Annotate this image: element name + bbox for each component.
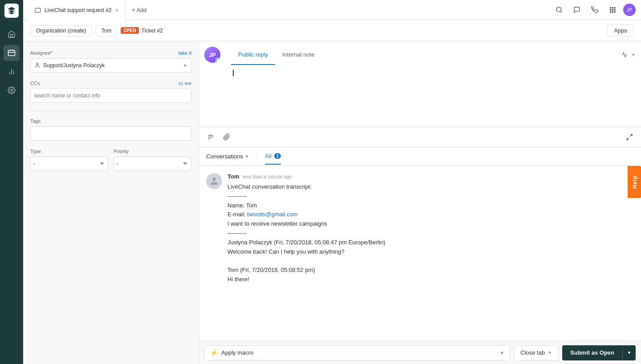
content-area: Assignee* take it Support/Justyna Polacz… bbox=[23, 41, 641, 364]
reply-header-row: JP Public reply Internal note bbox=[199, 41, 641, 65]
take-it-link[interactable]: take it bbox=[179, 50, 191, 56]
internal-note-tab[interactable]: Internal note bbox=[275, 45, 321, 65]
chat-button[interactable] bbox=[570, 3, 584, 17]
reply-dropdown-chevron: ▼ bbox=[631, 53, 636, 57]
sidebar-item-reports[interactable] bbox=[4, 64, 20, 80]
grid-icon bbox=[609, 6, 616, 13]
apply-macro-chevron-icon: ▼ bbox=[499, 350, 504, 356]
close-tab-label: Close tab bbox=[520, 349, 545, 356]
search-button[interactable] bbox=[552, 3, 566, 17]
apply-macro-button[interactable]: ⚡ Apply macro ▼ bbox=[204, 345, 510, 360]
user-icon bbox=[34, 62, 41, 69]
grid-button[interactable] bbox=[605, 3, 620, 17]
reply-toolbar bbox=[199, 127, 641, 147]
reply-avatar-badge bbox=[215, 57, 220, 63]
tab-close-button[interactable]: × bbox=[115, 7, 119, 14]
conversations-chevron-icon: ▼ bbox=[245, 154, 249, 159]
breadcrumb-org[interactable]: Organization (create) bbox=[30, 25, 92, 36]
svg-rect-15 bbox=[612, 9, 613, 11]
conversations-label[interactable]: Conversations ▼ bbox=[206, 153, 249, 160]
tags-label: Tags bbox=[30, 118, 191, 124]
thread-email-link[interactable]: twoods@gmail.com bbox=[247, 211, 298, 218]
thread-message-content: Tom less than a minute ago LiveChat conv… bbox=[227, 173, 634, 284]
sidebar-item-tickets[interactable] bbox=[4, 45, 20, 61]
svg-rect-13 bbox=[614, 7, 615, 8]
apps-button[interactable]: Apps bbox=[607, 24, 634, 36]
all-tab-label: All bbox=[265, 153, 271, 159]
assignee-field-group: Assignee* take it Support/Justyna Polacz… bbox=[30, 50, 191, 73]
all-tab[interactable]: All 1 bbox=[265, 148, 281, 165]
cc-input[interactable] bbox=[30, 89, 191, 103]
cc-label-row: CCs cc me bbox=[30, 81, 191, 86]
apply-macro-left: ⚡ Apply macro bbox=[210, 349, 253, 356]
logo[interactable] bbox=[4, 4, 19, 18]
svg-rect-12 bbox=[612, 7, 613, 8]
assignee-label-row: Assignee* take it bbox=[30, 50, 191, 56]
reply-tabs-area: Public reply Internal note ▼ bbox=[231, 45, 636, 65]
priority-select[interactable]: - Low Normal High Urgent bbox=[114, 157, 191, 171]
text-format-button[interactable] bbox=[204, 131, 217, 143]
thread-avatar bbox=[206, 173, 222, 189]
thread-line-2: ---------- bbox=[227, 192, 634, 201]
user-avatar[interactable]: JP bbox=[623, 4, 636, 16]
expand-button[interactable] bbox=[623, 131, 636, 143]
priority-field-group: Priority - Low Normal High Urgent bbox=[114, 149, 191, 171]
chat-icon bbox=[573, 6, 580, 13]
thread-line-9: Tom (Fri, 7/20/2018, 05:08:52 pm) bbox=[227, 266, 634, 275]
close-tab-chevron-icon: ▼ bbox=[548, 350, 552, 355]
svg-rect-16 bbox=[614, 9, 615, 11]
close-tab-button[interactable]: Close tab ▼ bbox=[514, 345, 559, 360]
type-select[interactable]: - Question Incident Problem Task bbox=[30, 157, 108, 171]
tags-label-text: Tags bbox=[30, 118, 41, 124]
main-content: LiveChat support request #2 × + Add bbox=[23, 0, 641, 364]
public-reply-tab[interactable]: Public reply bbox=[231, 45, 275, 65]
attach-button[interactable] bbox=[220, 131, 233, 143]
tags-input[interactable] bbox=[30, 126, 191, 141]
conv-separator: | bbox=[256, 153, 258, 160]
reply-body[interactable] bbox=[226, 65, 641, 127]
cc-me-link[interactable]: cc me bbox=[179, 81, 191, 86]
svg-rect-14 bbox=[610, 9, 611, 11]
submit-dropdown-chevron-icon: ▼ bbox=[627, 350, 632, 355]
paperclip-icon bbox=[223, 133, 230, 141]
reply-avatar: JP bbox=[204, 47, 220, 63]
thread-author: Tom bbox=[227, 173, 239, 180]
breadcrumb-tom[interactable]: Tom bbox=[96, 25, 118, 36]
type-field-group: Type - Question Incident Problem Task bbox=[30, 149, 108, 171]
thread-line-6: ---------- bbox=[227, 229, 634, 238]
conversations-bar: Conversations ▼ | All 1 bbox=[199, 147, 641, 166]
type-label-row: Type bbox=[30, 149, 108, 154]
apply-macro-label: Apply macro bbox=[221, 349, 253, 356]
add-tab-button[interactable]: + Add bbox=[126, 0, 153, 20]
assignee-chevron-icon: ▼ bbox=[183, 63, 187, 68]
svg-line-10 bbox=[560, 11, 562, 12]
submit-dropdown-button[interactable]: ▼ bbox=[622, 345, 636, 360]
sidebar-item-settings[interactable] bbox=[4, 82, 20, 98]
thread-line-1: LiveChat conversation transcript: bbox=[227, 182, 634, 192]
tab-title: LiveChat support request #2 bbox=[45, 7, 112, 13]
macro-icon: ⚡ bbox=[210, 349, 218, 356]
svg-rect-18 bbox=[612, 11, 613, 12]
priority-label: Priority bbox=[114, 149, 129, 154]
thread-line-5: I want to receive newsletter campaigns bbox=[227, 219, 634, 229]
assignee-select[interactable]: Support/Justyna Polaczyk ▼ bbox=[30, 58, 191, 73]
phone-button[interactable] bbox=[588, 3, 602, 17]
thread-message-1: Tom less than a minute ago LiveChat conv… bbox=[206, 173, 634, 284]
help-button[interactable]: Help bbox=[628, 166, 641, 198]
breadcrumb-ticket[interactable]: Ticket #2 bbox=[142, 28, 163, 34]
assignee-label: Assignee* bbox=[30, 50, 53, 56]
active-tab[interactable]: LiveChat support request #2 × bbox=[28, 0, 126, 20]
thread-line-3: Name: Tom bbox=[227, 201, 634, 210]
svg-rect-8 bbox=[35, 8, 41, 12]
breadcrumb-bar: Organization (create) Tom open Ticket #2… bbox=[23, 20, 641, 41]
sidebar-item-home[interactable] bbox=[4, 26, 20, 42]
submit-button[interactable]: Submit as Open bbox=[562, 345, 622, 360]
svg-rect-17 bbox=[610, 11, 611, 12]
search-icon bbox=[556, 6, 563, 13]
svg-rect-11 bbox=[610, 7, 611, 8]
sidebar bbox=[0, 0, 23, 364]
topbar-right: JP bbox=[552, 3, 636, 17]
cursor bbox=[233, 70, 234, 76]
phone-icon bbox=[591, 6, 598, 13]
type-priority-row: Type - Question Incident Problem Task Pr… bbox=[30, 149, 191, 179]
